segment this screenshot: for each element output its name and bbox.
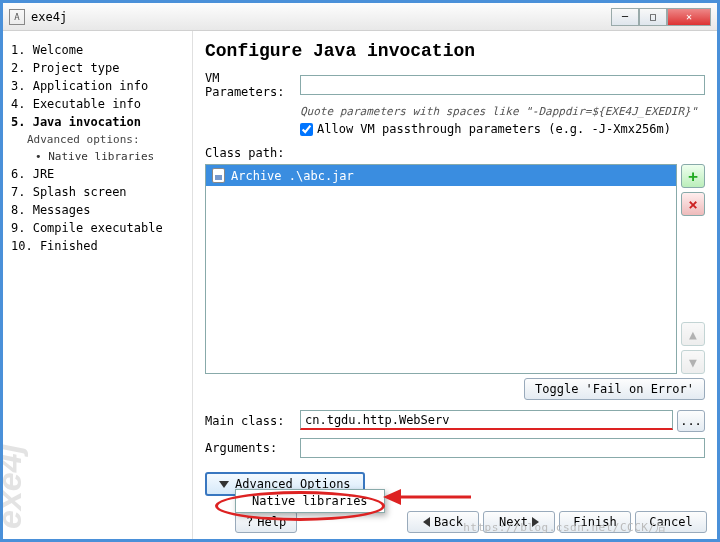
remove-classpath-button[interactable]: × — [681, 192, 705, 216]
add-classpath-button[interactable]: + — [681, 164, 705, 188]
nav-welcome[interactable]: 1. Welcome — [11, 41, 184, 59]
quote-hint: Quote parameters with spaces like "-Dapp… — [300, 105, 705, 118]
nav-finished[interactable]: 10. Finished — [11, 237, 184, 255]
main-panel: Configure Java invocation VM Parameters:… — [193, 31, 717, 539]
advanced-options-menu: Native libraries — [235, 489, 385, 513]
menu-item-native-libraries[interactable]: Native libraries — [252, 494, 368, 508]
window-title: exe4j — [31, 10, 611, 24]
class-path-item-label: Archive .\abc.jar — [231, 169, 354, 183]
class-path-list[interactable]: Archive .\abc.jar — [205, 164, 677, 374]
nav-application-info[interactable]: 3. Application info — [11, 77, 184, 95]
app-icon: A — [9, 9, 25, 25]
help-icon: ? — [246, 515, 253, 529]
class-path-label: Class path: — [205, 146, 705, 160]
minimize-button[interactable]: ─ — [611, 8, 639, 26]
arguments-input[interactable] — [300, 438, 705, 458]
help-button[interactable]: ? Help — [235, 511, 297, 533]
nav-jre[interactable]: 6. JRE — [11, 165, 184, 183]
nav-executable-info[interactable]: 4. Executable info — [11, 95, 184, 113]
allow-passthrough-checkbox[interactable] — [300, 123, 313, 136]
nav-native-libraries[interactable]: • Native libraries — [11, 148, 184, 165]
vm-params-input[interactable] — [300, 75, 705, 95]
browse-main-class-button[interactable]: ... — [677, 410, 705, 432]
nav-compile-executable[interactable]: 9. Compile executable — [11, 219, 184, 237]
move-up-button[interactable]: ▲ — [681, 322, 705, 346]
close-button[interactable]: ✕ — [667, 8, 711, 26]
main-class-label: Main class: — [205, 414, 300, 428]
nav-project-type[interactable]: 2. Project type — [11, 59, 184, 77]
vm-params-label: VM Parameters: — [205, 71, 300, 99]
watermark: https://blog.csdn.net/CCCK/后 — [463, 520, 667, 535]
nav-splash-screen[interactable]: 7. Splash screen — [11, 183, 184, 201]
titlebar: A exe4j ─ □ ✕ — [3, 3, 717, 31]
jar-icon — [212, 168, 225, 183]
arrow-left-icon — [423, 517, 430, 527]
nav-messages[interactable]: 8. Messages — [11, 201, 184, 219]
main-class-input[interactable]: cn.tgdu.http.WebServ — [300, 410, 673, 430]
toggle-fail-on-error-button[interactable]: Toggle 'Fail on Error' — [524, 378, 705, 400]
arguments-label: Arguments: — [205, 441, 300, 455]
maximize-button[interactable]: □ — [639, 8, 667, 26]
nav-java-invocation[interactable]: 5. Java invocation — [11, 113, 184, 131]
nav-advanced-label: Advanced options: — [11, 131, 184, 148]
chevron-down-icon — [219, 481, 229, 488]
brand-logo: exe4j — [0, 444, 29, 529]
wizard-sidebar: 1. Welcome 2. Project type 3. Applicatio… — [3, 31, 193, 539]
page-title: Configure Java invocation — [205, 41, 705, 61]
class-path-item[interactable]: Archive .\abc.jar — [206, 165, 676, 186]
move-down-button[interactable]: ▼ — [681, 350, 705, 374]
allow-passthrough-label: Allow VM passthrough parameters (e.g. -J… — [317, 122, 671, 136]
